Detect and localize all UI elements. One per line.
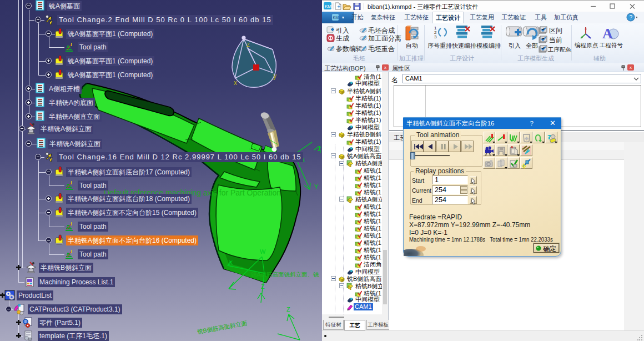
svg-text:A: A — [602, 26, 613, 41]
svg-text:?: ? — [630, 14, 633, 21]
svg-text:biban(1).kmmpd - 三维零件工艺设计软件: biban(1).kmmpd - 三维零件工艺设计软件 — [368, 3, 478, 10]
svg-text:KM: KM — [325, 4, 331, 9]
svg-text:KM: KM — [333, 16, 339, 19]
svg-text:3: 3 — [434, 34, 437, 39]
